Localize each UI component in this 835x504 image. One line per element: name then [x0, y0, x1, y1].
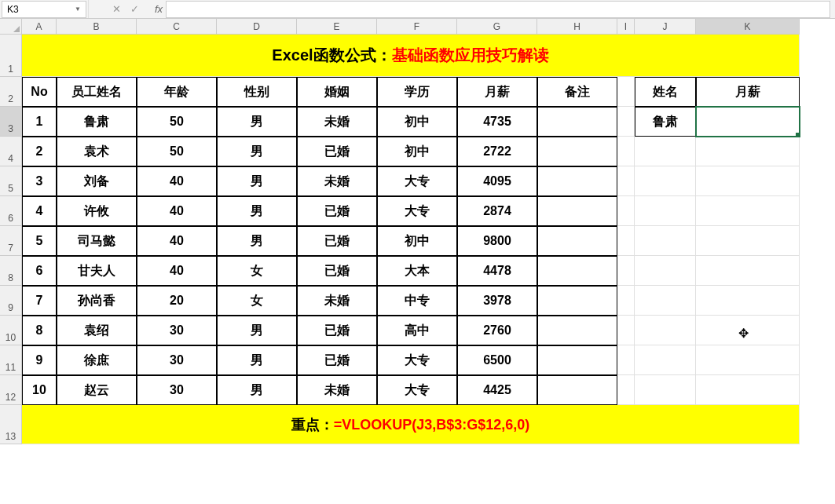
cell[interactable]	[696, 166, 800, 196]
data-cell[interactable]	[537, 196, 617, 226]
data-cell[interactable]: 40	[137, 226, 217, 256]
data-cell[interactable]	[537, 107, 617, 137]
data-cell[interactable]: 女	[217, 256, 297, 286]
data-cell[interactable]: 许攸	[57, 196, 137, 226]
data-cell[interactable]: 已婚	[297, 196, 377, 226]
data-cell[interactable]: 男	[217, 137, 297, 166]
cell[interactable]	[635, 196, 696, 226]
cell[interactable]	[696, 137, 800, 166]
data-cell[interactable]: 初中	[377, 107, 457, 137]
data-cell[interactable]: 2874	[457, 196, 537, 226]
column-header-E[interactable]: E	[297, 19, 377, 35]
cell[interactable]	[617, 316, 635, 345]
row-header-10[interactable]: 10	[0, 316, 22, 345]
data-cell[interactable]: 中专	[377, 286, 457, 316]
cell[interactable]	[617, 286, 635, 316]
row-header-12[interactable]: 12	[0, 375, 22, 405]
data-cell[interactable]	[537, 226, 617, 256]
cell[interactable]	[696, 196, 800, 226]
header-cell[interactable]: 员工姓名	[57, 77, 137, 107]
row-header-4[interactable]: 4	[0, 137, 22, 166]
data-cell[interactable]: 6	[22, 256, 57, 286]
data-cell[interactable]: 10	[22, 375, 57, 405]
data-cell[interactable]: 大专	[377, 166, 457, 196]
side-header-cell[interactable]: 月薪	[696, 77, 800, 107]
cell[interactable]	[617, 107, 635, 137]
data-cell[interactable]: 男	[217, 226, 297, 256]
data-cell[interactable]: 9800	[457, 226, 537, 256]
column-header-F[interactable]: F	[377, 19, 457, 35]
data-cell[interactable]	[537, 166, 617, 196]
data-cell[interactable]: 男	[217, 375, 297, 405]
data-cell[interactable]: 未婚	[297, 286, 377, 316]
column-header-J[interactable]: J	[635, 19, 696, 35]
data-cell[interactable]: 女	[217, 286, 297, 316]
row-header-6[interactable]: 6	[0, 196, 22, 226]
selected-cell-K3[interactable]	[696, 107, 800, 137]
data-cell[interactable]: 50	[137, 107, 217, 137]
title-cell[interactable]: Excel函数公式：基础函数应用技巧解读	[22, 35, 800, 77]
data-cell[interactable]: 已婚	[297, 137, 377, 166]
data-cell[interactable]: 30	[137, 345, 217, 375]
cell[interactable]	[696, 316, 800, 345]
data-cell[interactable]: 已婚	[297, 226, 377, 256]
header-cell[interactable]: 性别	[217, 77, 297, 107]
data-cell[interactable]: 徐庶	[57, 345, 137, 375]
cell[interactable]	[635, 166, 696, 196]
column-header-K[interactable]: K	[696, 19, 800, 35]
data-cell[interactable]: 未婚	[297, 166, 377, 196]
row-header-1[interactable]: 1	[0, 35, 22, 77]
data-cell[interactable]: 鲁肃	[57, 107, 137, 137]
row-header-11[interactable]: 11	[0, 345, 22, 375]
data-cell[interactable]: 4425	[457, 375, 537, 405]
data-cell[interactable]: 袁绍	[57, 316, 137, 345]
cell[interactable]	[635, 137, 696, 166]
header-cell[interactable]: 年龄	[137, 77, 217, 107]
data-cell[interactable]: 袁术	[57, 137, 137, 166]
data-cell[interactable]: 3	[22, 166, 57, 196]
column-header-C[interactable]: C	[137, 19, 217, 35]
fx-icon[interactable]: fx	[155, 3, 163, 15]
data-cell[interactable]	[537, 286, 617, 316]
cell[interactable]	[696, 286, 800, 316]
cell[interactable]	[617, 375, 635, 405]
cell[interactable]	[617, 256, 635, 286]
cell[interactable]	[617, 137, 635, 166]
data-cell[interactable]: 刘备	[57, 166, 137, 196]
data-cell[interactable]: 5	[22, 226, 57, 256]
data-cell[interactable]: 司马懿	[57, 226, 137, 256]
data-cell[interactable]: 大专	[377, 345, 457, 375]
data-cell[interactable]: 2760	[457, 316, 537, 345]
data-cell[interactable]: 大本	[377, 256, 457, 286]
data-cell[interactable]: 2	[22, 137, 57, 166]
cell[interactable]	[696, 226, 800, 256]
side-header-cell[interactable]: 姓名	[635, 77, 696, 107]
cell[interactable]	[617, 345, 635, 375]
cell[interactable]	[635, 316, 696, 345]
data-cell[interactable]: 高中	[377, 316, 457, 345]
data-cell[interactable]: 已婚	[297, 316, 377, 345]
data-cell[interactable]: 8	[22, 316, 57, 345]
data-cell[interactable]: 男	[217, 196, 297, 226]
data-cell[interactable]: 20	[137, 286, 217, 316]
data-cell[interactable]: 7	[22, 286, 57, 316]
data-cell[interactable]: 已婚	[297, 256, 377, 286]
cell[interactable]	[635, 375, 696, 405]
cell[interactable]	[617, 196, 635, 226]
cell[interactable]	[635, 286, 696, 316]
name-box-dropdown-icon[interactable]: ▼	[75, 5, 81, 13]
column-header-D[interactable]: D	[217, 19, 297, 35]
data-cell[interactable]: 4095	[457, 166, 537, 196]
column-header-I[interactable]: I	[617, 19, 635, 35]
row-header-2[interactable]: 2	[0, 77, 22, 107]
footer-cell[interactable]: 重点：=VLOOKUP(J3,B$3:G$12,6,0)	[22, 405, 800, 444]
data-cell[interactable]: 40	[137, 256, 217, 286]
name-box[interactable]: K3 ▼	[2, 1, 86, 18]
data-cell[interactable]: 初中	[377, 226, 457, 256]
row-header-7[interactable]: 7	[0, 226, 22, 256]
row-header-8[interactable]: 8	[0, 256, 22, 286]
row-header-3[interactable]: 3	[0, 107, 22, 137]
side-data-cell[interactable]: 鲁肃	[635, 107, 696, 137]
cell[interactable]	[696, 345, 800, 375]
column-header-A[interactable]: A	[22, 19, 57, 35]
